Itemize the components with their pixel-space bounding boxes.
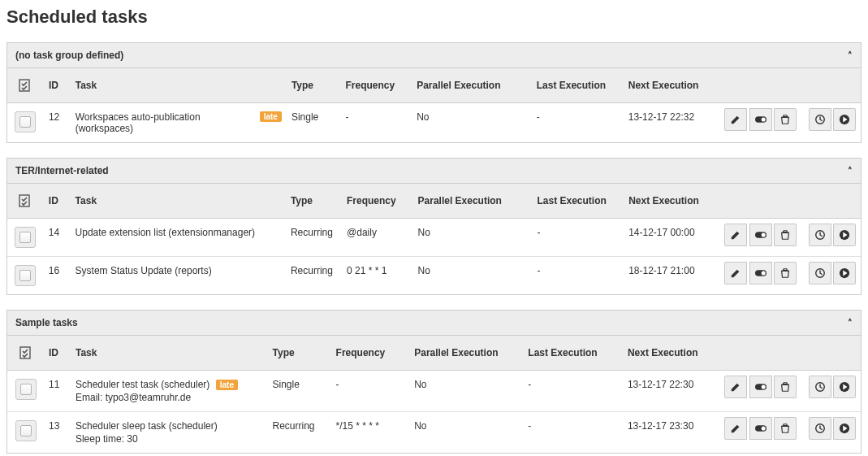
row-checkbox[interactable]: [15, 379, 37, 400]
task-name: Workspaces auto-publication (workspaces): [76, 111, 255, 134]
run-button[interactable]: [833, 417, 856, 440]
col-parallel: Parallel Execution: [412, 68, 532, 103]
task-group-panel: TER/Internet-related ˄ ID Task Type Freq…: [6, 158, 862, 295]
task-last: -: [532, 103, 624, 143]
row-checkbox[interactable]: [15, 227, 36, 248]
delete-button[interactable]: [774, 224, 797, 246]
col-id: ID: [44, 184, 71, 219]
col-parallel: Parallel Execution: [413, 184, 533, 219]
col-id: ID: [44, 336, 71, 371]
task-next: 13-12-17 23:30: [623, 412, 715, 454]
task-group-header[interactable]: Sample tasks ˄: [7, 311, 861, 336]
svg-point-16: [761, 384, 765, 389]
toggle-button[interactable]: [749, 376, 772, 398]
table-row: 16 System Status Update (reports) Recurr…: [7, 257, 861, 295]
task-frequency: @daily: [342, 219, 413, 257]
page-title: Scheduled tasks: [6, 7, 862, 28]
run-button[interactable]: [833, 376, 856, 398]
row-checkbox[interactable]: [15, 420, 37, 441]
task-last: -: [532, 219, 624, 257]
task-last: -: [532, 257, 624, 295]
task-type: Recurring: [286, 219, 342, 257]
col-last: Last Execution: [532, 68, 624, 103]
edit-button[interactable]: [724, 417, 747, 440]
edit-button[interactable]: [724, 108, 747, 131]
edit-button[interactable]: [724, 224, 747, 246]
task-parallel: No: [412, 103, 532, 143]
col-type: Type: [268, 336, 331, 371]
toggle-button[interactable]: [749, 224, 772, 246]
delete-button[interactable]: [774, 417, 797, 440]
col-parallel: Parallel Execution: [409, 336, 523, 371]
task-next: 18-12-17 21:00: [624, 257, 715, 295]
svg-point-7: [761, 232, 765, 237]
edit-button[interactable]: [724, 262, 747, 284]
col-last: Last Execution: [532, 184, 624, 219]
col-frequency: Frequency: [342, 184, 413, 219]
schedule-button[interactable]: [809, 417, 831, 440]
task-group-panel: (no task group defined) ˄ ID Task Type F…: [6, 42, 862, 143]
toggle-button[interactable]: [749, 108, 772, 131]
task-group-header[interactable]: TER/Internet-related ˄: [7, 159, 861, 184]
schedule-button[interactable]: [809, 376, 831, 398]
select-all-icon[interactable]: [15, 75, 36, 96]
delete-button[interactable]: [774, 108, 797, 131]
edit-button[interactable]: [724, 376, 747, 398]
table-row: 12 Workspaces auto-publication (workspac…: [7, 103, 861, 143]
task-type: Recurring: [268, 412, 331, 454]
badge-late: late: [216, 380, 238, 390]
col-type: Type: [287, 68, 341, 103]
task-type: Single: [287, 103, 341, 143]
svg-point-2: [761, 117, 765, 121]
select-all-icon[interactable]: [15, 190, 36, 211]
task-group-title: TER/Internet-related: [15, 165, 109, 176]
chevron-up-icon: ˄: [848, 166, 853, 176]
toggle-button[interactable]: [749, 417, 772, 440]
svg-point-20: [761, 427, 765, 431]
task-type: Recurring: [286, 257, 342, 295]
task-parallel: No: [409, 412, 523, 454]
task-sub: Email: typo3@teamruhr.de: [76, 392, 263, 403]
task-group-title: Sample tasks: [15, 317, 78, 328]
chevron-up-icon: ˄: [848, 318, 853, 328]
delete-button[interactable]: [774, 262, 797, 284]
col-next: Next Execution: [624, 68, 715, 103]
task-group-header[interactable]: (no task group defined) ˄: [7, 43, 861, 68]
task-group-title: (no task group defined): [15, 50, 123, 61]
col-type: Type: [286, 184, 342, 219]
col-task: Task: [71, 336, 268, 371]
task-frequency: */15 * * * *: [331, 412, 410, 454]
task-last: -: [523, 371, 623, 412]
col-frequency: Frequency: [331, 336, 410, 371]
task-type: Single: [268, 371, 331, 412]
badge-late: late: [260, 111, 282, 122]
schedule-button[interactable]: [809, 224, 831, 246]
col-id: ID: [44, 68, 71, 103]
col-next: Next Execution: [624, 184, 715, 219]
run-button[interactable]: [833, 224, 856, 246]
task-group-panel: Sample tasks ˄ ID Task Type Frequency Pa…: [6, 310, 862, 454]
task-next: 13-12-17 22:30: [623, 371, 715, 412]
task-sub: Sleep time: 30: [76, 433, 263, 445]
task-table: ID Task Type Frequency Parallel Executio…: [7, 336, 861, 453]
select-all-icon[interactable]: [15, 342, 37, 363]
schedule-button[interactable]: [809, 108, 831, 131]
col-next: Next Execution: [623, 336, 715, 371]
col-last: Last Execution: [523, 336, 623, 371]
task-frequency: 0 21 * * 1: [342, 257, 413, 295]
task-id: 11: [44, 371, 71, 412]
task-frequency: -: [331, 371, 410, 412]
task-table: ID Task Type Frequency Parallel Executio…: [7, 184, 861, 294]
col-task: Task: [71, 68, 287, 103]
row-checkbox[interactable]: [15, 111, 36, 132]
task-name: Update extension list (extensionmanager): [76, 227, 255, 238]
table-row: 13 Scheduler sleep task (scheduler) Slee…: [7, 412, 861, 454]
task-table: ID Task Type Frequency Parallel Executio…: [7, 68, 861, 142]
run-button[interactable]: [833, 262, 856, 284]
delete-button[interactable]: [774, 376, 797, 398]
schedule-button[interactable]: [809, 262, 831, 284]
run-button[interactable]: [833, 108, 856, 131]
task-frequency: -: [341, 103, 412, 143]
row-checkbox[interactable]: [15, 265, 36, 286]
toggle-button[interactable]: [749, 262, 772, 284]
